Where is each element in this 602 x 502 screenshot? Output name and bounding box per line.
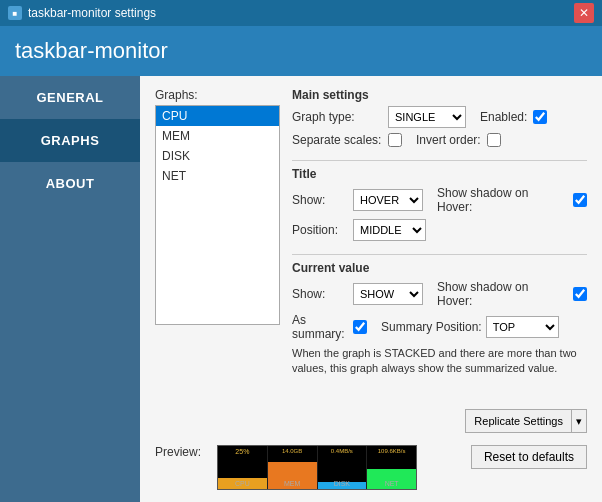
- preview-box: 25% CPU 14.0GB MEM 0.4MB/s: [217, 445, 417, 490]
- graph-item-disk[interactable]: DISK: [156, 146, 279, 166]
- replicate-label[interactable]: Replicate Settings: [466, 410, 572, 432]
- graph-type-label: Graph type:: [292, 110, 382, 124]
- current-show-select[interactable]: SHOW HOVER NEVER: [353, 283, 423, 305]
- replicate-button[interactable]: Replicate Settings ▾: [465, 409, 587, 433]
- sidebar: GENERAL GRAPHS ABOUT: [0, 76, 140, 502]
- current-value-section: Current value Show: SHOW HOVER NEVER Sho…: [292, 254, 587, 377]
- title-shadow-checkbox[interactable]: [573, 193, 587, 207]
- summary-position-wrapper: Summary Position: TOP BOTTOM: [373, 316, 559, 338]
- preview-disk-text: 0.4MB/s: [331, 448, 353, 455]
- as-summary-row: As summary: Summary Position: TOP BOTTOM: [292, 313, 587, 341]
- preview-cpu: 25% CPU: [218, 446, 268, 489]
- preview-cpu-text: 25%: [235, 448, 249, 456]
- title-position-select[interactable]: MIDDLE TOP BOTTOM: [353, 219, 426, 241]
- as-summary-checkbox[interactable]: [353, 320, 367, 334]
- preview-mem: 14.0GB MEM: [268, 446, 318, 489]
- title-shadow-label: Show shadow on Hover:: [437, 186, 567, 214]
- title-show-label: Show:: [292, 193, 347, 207]
- preview-disk-label: DISK: [318, 480, 367, 487]
- title-show-row: Show: HOVER ALWAYS NEVER Show shadow on …: [292, 186, 587, 214]
- note-text: When the graph is STACKED and there are …: [292, 346, 587, 377]
- preview-row: Preview: 25% CPU 14.0GB MEM: [155, 445, 587, 490]
- main-layout: GENERAL GRAPHS ABOUT Graphs: CPU MEM DIS…: [0, 76, 602, 502]
- title-position-row: Position: MIDDLE TOP BOTTOM: [292, 219, 587, 241]
- sidebar-item-about[interactable]: ABOUT: [0, 162, 140, 205]
- app-icon: ■: [8, 6, 22, 20]
- preview-net-text: 109.6KB/s: [378, 448, 406, 455]
- close-button[interactable]: ✕: [574, 3, 594, 23]
- current-shadow-checkbox[interactable]: [573, 287, 587, 301]
- preview-net: 109.6KB/s NET: [367, 446, 416, 489]
- graph-item-mem[interactable]: MEM: [156, 126, 279, 146]
- graphs-list: CPU MEM DISK NET: [155, 105, 280, 325]
- graph-type-select[interactable]: SINGLE STACKED MIRROR: [388, 106, 466, 128]
- preview-disk: 0.4MB/s DISK: [318, 446, 368, 489]
- current-show-label: Show:: [292, 287, 347, 301]
- graphs-label: Graphs:: [155, 88, 280, 102]
- current-show-row: Show: SHOW HOVER NEVER Show shadow on Ho…: [292, 280, 587, 308]
- sidebar-item-graphs[interactable]: GRAPHS: [0, 119, 140, 162]
- preview-mem-label: MEM: [268, 480, 317, 487]
- content-columns: Graphs: CPU MEM DISK NET Main settings G…: [155, 88, 587, 397]
- graph-item-net[interactable]: NET: [156, 166, 279, 186]
- app-title: taskbar-monitor: [0, 26, 602, 76]
- settings-panel: Main settings Graph type: SINGLE STACKED…: [292, 88, 587, 397]
- title-position-label: Position:: [292, 223, 347, 237]
- bottom-area: Replicate Settings ▾: [155, 405, 587, 433]
- as-summary-label: As summary:: [292, 313, 347, 341]
- title-show-select[interactable]: HOVER ALWAYS NEVER: [353, 189, 423, 211]
- enabled-checkbox[interactable]: [533, 110, 547, 124]
- graph-item-cpu[interactable]: CPU: [156, 106, 279, 126]
- preview-net-label: NET: [367, 480, 416, 487]
- current-value-title: Current value: [292, 261, 587, 275]
- separate-scales-checkbox[interactable]: [388, 133, 402, 147]
- preview-label: Preview:: [155, 445, 205, 459]
- content-area: Graphs: CPU MEM DISK NET Main settings G…: [140, 76, 602, 502]
- sidebar-item-general[interactable]: GENERAL: [0, 76, 140, 119]
- current-shadow-label: Show shadow on Hover:: [437, 280, 567, 308]
- graph-type-row: Graph type: SINGLE STACKED MIRROR Enable…: [292, 106, 587, 128]
- title-section: Title Show: HOVER ALWAYS NEVER Show shad…: [292, 160, 587, 246]
- reset-button[interactable]: Reset to defaults: [471, 445, 587, 469]
- invert-order-checkbox[interactable]: [487, 133, 501, 147]
- title-bar-text: taskbar-monitor settings: [28, 6, 156, 20]
- separate-scales-label: Separate scales:: [292, 133, 382, 147]
- graphs-panel: Graphs: CPU MEM DISK NET: [155, 88, 280, 397]
- separate-scales-row: Separate scales: Invert order:: [292, 133, 587, 147]
- summary-position-label: Summary Position:: [381, 320, 482, 334]
- preview-cpu-label: CPU: [218, 480, 267, 487]
- preview-mem-text: 14.0GB: [282, 448, 302, 455]
- title-bar: ■ taskbar-monitor settings ✕: [0, 0, 602, 26]
- enabled-label: Enabled:: [480, 110, 527, 124]
- replicate-arrow-icon[interactable]: ▾: [572, 410, 586, 432]
- main-settings-title: Main settings: [292, 88, 587, 102]
- summary-position-select[interactable]: TOP BOTTOM: [486, 316, 559, 338]
- title-section-title: Title: [292, 167, 587, 181]
- invert-order-label: Invert order:: [416, 133, 481, 147]
- main-settings-section: Main settings Graph type: SINGLE STACKED…: [292, 88, 587, 152]
